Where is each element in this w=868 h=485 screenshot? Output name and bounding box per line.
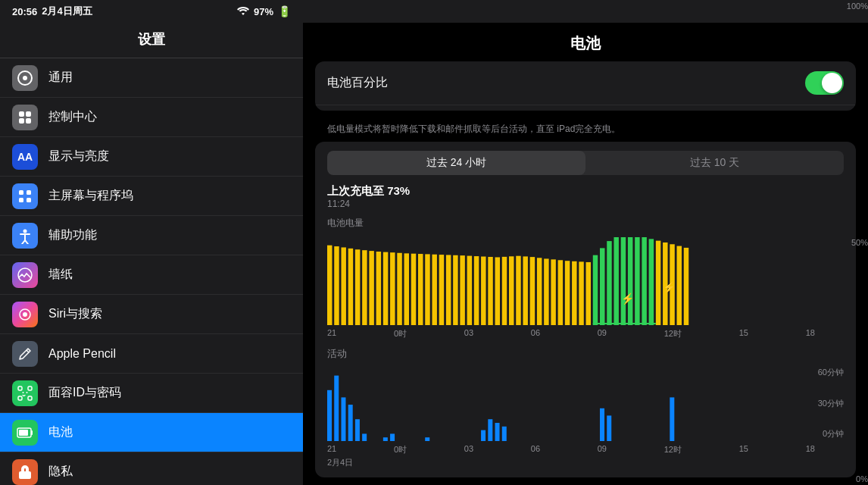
date-label: 2月4日 [327,457,844,468]
activity-x-labels: 21 0时 03 06 09 12时 15 18 [327,444,844,455]
sidebar-item-face-id[interactable]: 面容ID与密码 [0,374,303,413]
privacy-label: 隐私 [48,464,73,480]
display-icon: AA [12,144,38,170]
battery-page-title: 电池 [303,23,868,61]
battery-percent-label: 电池百分比 [327,75,388,91]
sidebar-item-accessibility[interactable]: 辅助功能 [0,216,303,255]
svg-point-1 [23,76,27,80]
apple-pencil-label: Apple Pencil [48,347,116,361]
svg-rect-5 [26,118,31,124]
wallpaper-label: 墙纸 [48,267,73,283]
battery-level-chart [327,234,691,325]
display-label: 显示与亮度 [48,149,109,164]
sidebar-item-apple-pencil[interactable]: Apple Pencil [0,334,303,374]
battery-charts-card: 过去 24 小时 过去 10 天 上次充电至 73% 11:24 电池电量 10… [315,142,856,477]
status-date: 2月4日周五 [42,5,92,18]
battery-y-labels: 100% 50% 0% [839,23,868,485]
general-icon [12,65,38,91]
sidebar-item-home-screen[interactable]: 主屏幕与程序坞 [0,177,303,216]
battery-chart-label: 电池电量 [327,217,844,230]
svg-rect-14 [18,386,22,390]
sidebar-item-siri[interactable]: Siri与搜索 [0,295,303,334]
activity-chart [327,365,691,441]
control-center-icon [12,105,38,130]
battery-percent-row: 电池百分比 [315,61,856,105]
svg-rect-4 [19,118,24,124]
svg-rect-3 [26,111,31,117]
status-bar: 20:56 2月4日周五 97% 🔋 [0,0,303,23]
siri-icon [12,302,38,327]
sidebar-item-control-center[interactable]: 控制中心 [0,98,303,137]
control-center-label: 控制中心 [48,109,97,125]
svg-rect-17 [28,396,32,400]
svg-rect-6 [19,190,23,195]
accessibility-label: 辅助功能 [48,227,97,243]
y-label-0: 0% [839,474,868,483]
battery-label: 电池 [48,424,73,440]
battery-sidebar-icon [12,420,38,446]
svg-point-13 [23,312,27,317]
activity-section-title: 活动 [327,347,844,361]
home-icon [12,183,38,209]
accessibility-icon [12,223,38,249]
svg-rect-21 [31,430,33,435]
sidebar-title: 设置 [0,23,303,58]
general-label: 通用 [48,70,73,86]
low-power-row: 低电量模式 [315,105,856,111]
charge-info: 上次充电至 73% 11:24 [327,184,844,209]
tab-10d[interactable]: 过去 10 天 [585,151,844,175]
sidebar-item-display[interactable]: AA 显示与亮度 [0,137,303,177]
sidebar: 设置 通用 控制中心 AA 显示与亮度 主屏幕与程序 [0,23,303,485]
svg-rect-7 [27,190,31,195]
face-id-icon [12,380,38,406]
svg-rect-15 [28,386,32,390]
battery-x-labels: 21 0时 03 06 09 12时 15 18 [327,328,844,340]
low-power-note: 低电量模式将暂时降低下载和邮件抓取等后台活动，直至 iPad完全充电。 [315,118,856,142]
home-screen-label: 主屏幕与程序坞 [48,188,133,204]
battery-percent: 97% [254,6,273,17]
svg-rect-8 [19,198,23,202]
svg-point-10 [23,229,27,233]
svg-point-19 [27,392,28,393]
tab-24h[interactable]: 过去 24 小时 [327,151,585,175]
sidebar-item-privacy[interactable]: 隐私 [0,452,303,485]
face-id-label: 面容ID与密码 [48,385,121,401]
charge-time: 11:24 [327,199,844,209]
svg-rect-2 [19,111,24,117]
sidebar-item-wallpaper[interactable]: 墙纸 [0,255,303,295]
apple-pencil-icon [12,341,38,367]
charge-title: 上次充电至 73% [327,184,844,199]
privacy-icon [12,459,38,485]
battery-toggles-card: 电池百分比 低电量模式 [315,61,856,111]
battery-settings-panel: 电池 电池百分比 低电量模式 低电量模式将暂时降低下载和邮件抓取等后台活动，直至… [303,23,868,485]
status-time: 20:56 [12,6,37,17]
sidebar-item-battery[interactable]: 电池 [0,413,303,452]
svg-rect-16 [18,396,22,400]
chart-tab-switcher[interactable]: 过去 24 小时 过去 10 天 [327,151,844,175]
svg-point-18 [23,392,24,393]
wifi-icon [237,6,249,17]
svg-rect-9 [27,198,31,202]
wallpaper-icon [12,262,38,288]
sidebar-item-general[interactable]: 通用 [0,58,303,98]
battery-percent-toggle[interactable] [805,71,844,95]
svg-rect-22 [19,430,28,436]
y-label-50: 50% [839,238,868,247]
siri-label: Siri与搜索 [48,306,102,322]
battery-icon: 🔋 [278,5,291,17]
